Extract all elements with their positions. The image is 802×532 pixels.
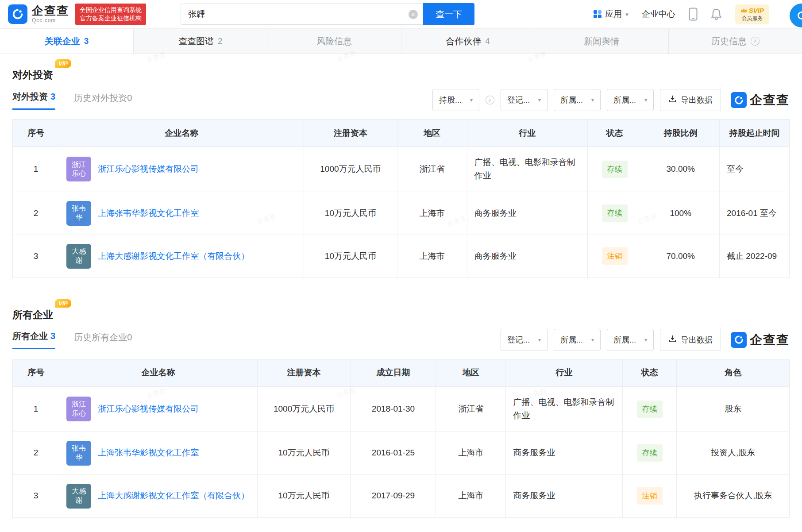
tab-risk[interactable]: 风险信息: [267, 29, 401, 54]
avatar-text: 张韦: [72, 444, 86, 453]
company-cell: 大感 谢 上海大感谢影视文化工作室（有限合伙）: [66, 244, 297, 269]
tab-news[interactable]: 新闻舆情: [535, 29, 668, 54]
logo-domain: Qcc.com: [32, 18, 69, 23]
info-icon[interactable]: i: [486, 96, 494, 104]
table-header-row: 序号 企业名称 注册资本 成立日期 地区 行业 状态 角色: [13, 359, 790, 386]
industry: 广播、电视、电影和录音制作业: [506, 386, 622, 432]
notification-bell-icon[interactable]: [711, 8, 722, 20]
company-cell: 浙江 乐心 浙江乐心影视传媒有限公司: [66, 157, 297, 181]
avatar-text: 乐心: [72, 169, 86, 178]
mobile-app-icon[interactable]: [689, 8, 698, 21]
avatar-text: 谢: [75, 256, 82, 266]
industry: 商务服务业: [506, 474, 622, 517]
subtab-all-history[interactable]: 历史所有企业0: [74, 332, 132, 349]
company-name-link[interactable]: 上海大感谢影视文化工作室（有限合伙）: [98, 489, 249, 502]
enterprise-center-link[interactable]: 企业中心: [642, 8, 675, 20]
company-cell: 张韦 华 上海张韦华影视文化工作室: [66, 201, 297, 226]
main-tabs: 关联企业3 查查图谱2 风险信息 合作伙伴4 新闻舆情 历史信息 i: [0, 28, 802, 54]
filter-shareholding[interactable]: 持股...▾: [432, 89, 479, 111]
chevron-down-icon: ▾: [591, 97, 594, 103]
company-name-link[interactable]: 浙江乐心影视传媒有限公司: [98, 162, 199, 176]
column-header: 注册资本: [257, 359, 351, 386]
apps-grid-icon: [594, 10, 602, 18]
avatar-text: 华: [75, 213, 82, 223]
svip-sub-label: 会员服务: [740, 15, 764, 22]
tab-label: 风险信息: [316, 35, 352, 47]
search-input[interactable]: [181, 4, 423, 25]
export-data-button[interactable]: 导出数据: [660, 329, 721, 351]
logo-name: 企查查: [32, 5, 69, 17]
shareholding-ratio: 70.00%: [642, 235, 720, 278]
column-header: 企业名称: [59, 359, 258, 386]
filter-label: 持股...: [439, 95, 462, 105]
apps-menu[interactable]: 应用 ▾: [594, 8, 628, 20]
industry: 广播、电视、电影和录音制作业: [467, 147, 587, 192]
status-badge: 注销: [637, 487, 663, 505]
column-header: 成立日期: [351, 359, 436, 386]
page: 企查查 企查查 企查查 企查查 企查查 企查查 企查查 企查查 企查查 企查查 …: [0, 0, 802, 532]
tab-count: 3: [84, 36, 89, 46]
holding-period: 至今: [720, 147, 790, 192]
company-name-link[interactable]: 浙江乐心影视传媒有限公司: [98, 402, 199, 416]
filter-region[interactable]: 所属...▾: [554, 329, 601, 351]
tab-chart[interactable]: 查查图谱2: [133, 29, 267, 54]
all-companies-filters: 登记...▾ 所属...▾ 所属...▾ 导出数据: [501, 329, 790, 351]
download-icon: [668, 95, 677, 105]
industry: 商务服务业: [506, 432, 622, 474]
svip-label: SVIP: [749, 7, 764, 14]
subtab-all-current[interactable]: 所有企业3: [12, 330, 55, 349]
region: 上海市: [436, 474, 506, 517]
filter-industry[interactable]: 所属...▾: [607, 329, 654, 351]
investment-section-title: 对外投资: [12, 68, 53, 82]
tab-label: 新闻舆情: [584, 35, 619, 47]
all-companies-toolbar: 所有企业3 历史所有企业0 登记...▾ 所属...▾ 所属...▾: [12, 329, 790, 351]
filter-industry[interactable]: 所属...▾: [607, 89, 654, 111]
tab-label: 历史信息: [711, 35, 747, 47]
table-row: 1 浙江 乐心 浙江乐心影视传媒有限公司 1000万元人民币 浙江省: [13, 147, 790, 192]
top-nav: 应用 ▾ 企业中心 SVIP 会员服务: [594, 4, 794, 24]
chevron-down-icon: ▾: [625, 11, 628, 18]
status-badge: 存续: [602, 204, 628, 222]
all-companies-subtabs: 所有企业3 历史所有企业0: [12, 330, 132, 349]
chevron-down-icon: ▾: [591, 337, 594, 343]
establish-date: 2018-01-30: [351, 386, 436, 432]
filter-registration[interactable]: 登记...▾: [501, 329, 548, 351]
search-button[interactable]: 查一下: [423, 3, 474, 25]
role: 股东: [677, 386, 790, 432]
tab-label: 关联企业: [45, 35, 80, 47]
tab-label: 查查图谱: [178, 35, 214, 47]
company-name-link[interactable]: 上海大感谢影视文化工作室（有限合伙）: [98, 250, 249, 263]
status-badge: 注销: [602, 247, 628, 265]
clear-search-icon[interactable]: ×: [409, 10, 418, 19]
avatar-text: 浙江: [72, 160, 86, 170]
qcc-logo[interactable]: 企查查 Qcc.com: [8, 4, 69, 24]
subtab-investment-history[interactable]: 历史对外投资0: [74, 92, 132, 110]
table-row: 3 大感 谢 上海大感谢影视文化工作室（有限合伙） 10万元人民币: [13, 474, 790, 517]
export-data-button[interactable]: 导出数据: [660, 89, 721, 111]
qcc-logo-text: 企查查: [750, 332, 790, 348]
tab-history[interactable]: 历史信息 i: [668, 29, 802, 54]
qcc-logo-text: 企查查: [750, 92, 790, 108]
company-cell: 大感 谢 上海大感谢影视文化工作室（有限合伙）: [66, 484, 250, 509]
filter-label: 所属...: [560, 335, 583, 345]
table-row: 1 浙江 乐心 浙江乐心影视传媒有限公司 1000万元人民币 201: [13, 386, 790, 432]
investment-toolbar: 对外投资3 历史对外投资0 持股...▾ i 登记...▾ 所属...▾: [12, 89, 790, 111]
column-header: 地区: [436, 359, 506, 386]
tab-partners[interactable]: 合作伙伴4: [401, 29, 535, 54]
tab-related-companies[interactable]: 关联企业3: [0, 29, 133, 54]
subtab-investment-current[interactable]: 对外投资3: [12, 91, 55, 110]
avatar-text: 华: [75, 453, 82, 463]
qcc-logo-icon: [8, 4, 27, 24]
table-row: 3 大感 谢 上海大感谢影视文化工作室（有限合伙） 10万元人民币: [13, 235, 790, 278]
company-name-link[interactable]: 上海张韦华影视文化工作室: [98, 446, 199, 459]
svip-badge[interactable]: SVIP 会员服务: [735, 4, 769, 24]
all-companies-section-header: VIP 所有企业: [12, 298, 790, 322]
filter-registration[interactable]: 登记...▾: [501, 89, 548, 111]
company-avatar: 张韦 华: [66, 201, 91, 226]
row-index: 3: [13, 235, 59, 278]
filter-region[interactable]: 所属...▾: [554, 89, 601, 111]
company-name-link[interactable]: 上海张韦华影视文化工作室: [98, 207, 199, 220]
tab-label: 合作伙伴: [446, 35, 481, 47]
search-bar: × 查一下: [181, 3, 474, 25]
holding-period: 2016-01 至今: [720, 192, 790, 235]
